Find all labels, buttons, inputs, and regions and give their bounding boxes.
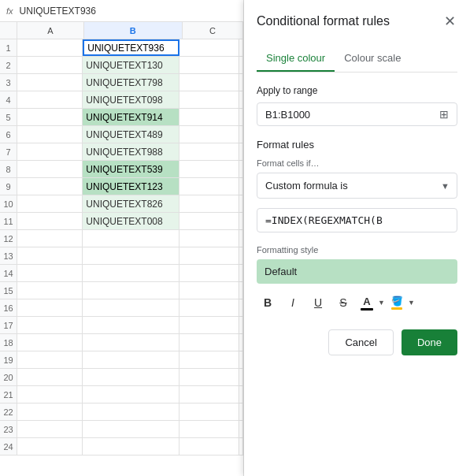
text-color-dropdown-icon[interactable]: ▼ [378, 299, 385, 307]
cell-b[interactable] [83, 282, 179, 299]
cell-c[interactable] [179, 386, 239, 403]
cell-c[interactable] [179, 213, 239, 229]
cell-c[interactable] [179, 403, 239, 420]
cell-rest[interactable] [239, 386, 243, 403]
cell-a[interactable] [17, 109, 83, 125]
cell-c[interactable] [179, 299, 239, 316]
cell-c[interactable] [179, 74, 239, 91]
cell-c[interactable] [179, 143, 239, 160]
cell-c[interactable] [179, 351, 239, 368]
cell-c[interactable] [179, 178, 239, 195]
cell-c[interactable] [179, 421, 239, 437]
cell-a[interactable] [17, 299, 83, 316]
cell-c[interactable] [179, 334, 239, 351]
cell-a[interactable] [17, 230, 83, 247]
bold-button[interactable]: B [257, 292, 279, 314]
underline-button[interactable]: U [307, 292, 329, 314]
cell-a[interactable] [17, 143, 83, 160]
tab-colour-scale[interactable]: Colour scale [335, 46, 410, 72]
cell-a[interactable] [17, 334, 83, 351]
cell-rest[interactable] [239, 369, 243, 385]
cell-b[interactable] [83, 421, 179, 437]
cell-b[interactable]: UNIQUETEXT988 [83, 143, 179, 160]
cell-b[interactable]: UNIQUETEXT826 [83, 195, 179, 212]
strikethrough-button[interactable]: S [332, 292, 354, 314]
cell-a[interactable] [17, 57, 83, 73]
cell-rest[interactable] [239, 178, 243, 195]
cell-b[interactable]: UNIQUETEXT489 [83, 126, 179, 143]
cell-rest[interactable] [239, 351, 243, 368]
cell-rest[interactable] [239, 230, 243, 247]
cell-c[interactable] [179, 91, 239, 108]
cell-rest[interactable] [239, 39, 243, 56]
cell-c[interactable] [179, 282, 239, 299]
cell-c[interactable] [179, 161, 239, 177]
cell-a[interactable] [17, 421, 83, 437]
fill-color-dropdown-icon[interactable]: ▼ [408, 299, 415, 307]
cell-a[interactable] [17, 91, 83, 108]
cell-b[interactable]: UNIQUETEXT123 [83, 178, 179, 195]
cell-rest[interactable] [239, 109, 243, 125]
cell-rest[interactable] [239, 143, 243, 160]
cell-a[interactable] [17, 161, 83, 177]
cell-c[interactable] [179, 265, 239, 281]
cell-rest[interactable] [239, 403, 243, 420]
cell-rest[interactable] [239, 74, 243, 91]
close-button[interactable]: ✕ [442, 13, 457, 30]
cell-a[interactable] [17, 39, 83, 56]
cell-rest[interactable] [239, 213, 243, 229]
cell-rest[interactable] [239, 126, 243, 143]
cell-b[interactable] [83, 369, 179, 385]
cell-b[interactable] [83, 299, 179, 316]
range-input-row[interactable]: B1:B1000 ⊞ [257, 102, 457, 126]
cell-c[interactable] [179, 369, 239, 385]
cell-b[interactable] [83, 317, 179, 333]
cell-a[interactable] [17, 369, 83, 385]
cell-c[interactable] [179, 230, 239, 247]
format-condition-select[interactable]: Custom formula is [257, 173, 457, 199]
cell-rest[interactable] [239, 247, 243, 264]
fill-color-button[interactable]: 🪣 [388, 294, 406, 311]
text-color-group[interactable]: A ▼ [357, 294, 385, 312]
cell-b[interactable] [83, 247, 179, 264]
cell-a[interactable] [17, 282, 83, 299]
cell-rest[interactable] [239, 317, 243, 333]
cell-c[interactable] [179, 57, 239, 73]
cell-b[interactable] [83, 230, 179, 247]
cell-rest[interactable] [239, 265, 243, 281]
cell-rest[interactable] [239, 438, 243, 455]
cell-b[interactable]: UNIQUETEXT008 [83, 213, 179, 229]
cell-a[interactable] [17, 438, 83, 455]
cell-b[interactable]: UNIQUETEXT914 [83, 109, 179, 125]
fill-color-group[interactable]: 🪣 ▼ [388, 294, 415, 311]
cell-c[interactable] [179, 39, 239, 56]
formula-input[interactable] [257, 208, 457, 232]
cell-b[interactable]: UNIQUETEXT539 [83, 161, 179, 177]
cell-a[interactable] [17, 351, 83, 368]
cell-a[interactable] [17, 386, 83, 403]
cell-rest[interactable] [239, 91, 243, 108]
cell-b[interactable]: UNIQUETEXT936 [83, 39, 179, 56]
done-button[interactable]: Done [402, 329, 457, 355]
cell-c[interactable] [179, 438, 239, 455]
cell-a[interactable] [17, 213, 83, 229]
cell-rest[interactable] [239, 299, 243, 316]
cell-rest[interactable] [239, 421, 243, 437]
italic-button[interactable]: I [282, 292, 304, 314]
cell-c[interactable] [179, 109, 239, 125]
cell-a[interactable] [17, 178, 83, 195]
cell-b[interactable] [83, 438, 179, 455]
cell-c[interactable] [179, 317, 239, 333]
cell-rest[interactable] [239, 195, 243, 212]
cell-a[interactable] [17, 247, 83, 264]
cancel-button[interactable]: Cancel [328, 329, 393, 355]
cell-a[interactable] [17, 317, 83, 333]
cell-b[interactable] [83, 351, 179, 368]
tab-single-colour[interactable]: Single colour [257, 46, 335, 72]
cell-b[interactable] [83, 265, 179, 281]
cell-rest[interactable] [239, 57, 243, 73]
cell-rest[interactable] [239, 161, 243, 177]
cell-rest[interactable] [239, 282, 243, 299]
cell-rest[interactable] [239, 334, 243, 351]
cell-b[interactable]: UNIQUETEXT130 [83, 57, 179, 73]
